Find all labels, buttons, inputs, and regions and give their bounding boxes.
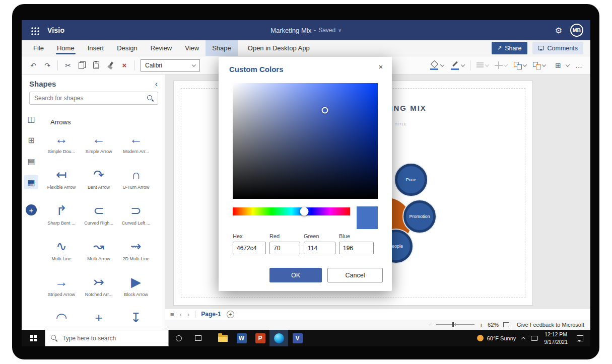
delete-button[interactable]: × (118, 59, 131, 72)
shape-item[interactable]: ↷ Bent Arrow (80, 164, 117, 199)
share-button[interactable]: ↗ Share (492, 42, 527, 54)
undo-button[interactable]: ↶ (27, 59, 40, 72)
saturation-value-picker[interactable] (233, 83, 378, 199)
ok-button[interactable]: OK (269, 268, 322, 282)
cortana-icon[interactable] (176, 335, 182, 341)
stencil-tab-2[interactable]: ⊞ (24, 133, 38, 147)
start-button[interactable] (22, 330, 45, 346)
paste-button[interactable] (90, 59, 103, 72)
stencil-tab-3[interactable]: ▤ (24, 154, 38, 168)
taskbar-search-box[interactable]: Type here to search (45, 330, 169, 346)
taskbar-app-powerpoint[interactable]: P (251, 330, 269, 346)
previous-page-icon[interactable]: ‹ (180, 311, 182, 318)
shape-item[interactable]: ▶ Block Arrow (117, 271, 155, 307)
account-avatar[interactable]: MB (570, 24, 583, 37)
open-in-desktop-button[interactable]: Open in Desktop App (248, 44, 310, 52)
add-stencil-button[interactable]: + (26, 204, 37, 215)
more-options-button[interactable]: … (572, 59, 585, 72)
shape-item[interactable]: ↔ Simple Dou... (43, 128, 80, 164)
close-icon[interactable]: × (375, 60, 387, 72)
shape-item[interactable]: ⊂ Curved Righ... (80, 199, 117, 235)
taskbar-app-visio[interactable]: V (288, 330, 307, 346)
shape-search-box[interactable] (29, 92, 158, 105)
shape-search-input[interactable] (34, 95, 147, 102)
all-pages-icon[interactable]: ≡ (170, 311, 174, 318)
hue-slider[interactable] (233, 207, 350, 215)
line-color-button[interactable] (447, 60, 467, 70)
zoom-in-button[interactable]: + (479, 321, 483, 329)
shape-fill-button[interactable] (426, 60, 447, 70)
color-picker-cursor[interactable] (322, 107, 328, 114)
shape-item[interactable]: ∿ Multi-Line (43, 235, 80, 271)
menu-design[interactable]: Design (110, 40, 144, 56)
zoom-level[interactable]: 62% (488, 322, 499, 328)
position-button[interactable] (492, 61, 510, 69)
copy-button[interactable] (76, 59, 89, 72)
taskbar-app-file-explorer[interactable] (214, 330, 232, 346)
menu-shape[interactable]: Shape (206, 40, 238, 56)
blue-input[interactable] (339, 242, 374, 254)
touch-keyboard-icon[interactable] (531, 336, 538, 341)
price-circle-shape[interactable]: Price (395, 164, 427, 196)
task-view-icon[interactable] (195, 335, 201, 341)
menu-file[interactable]: File (27, 40, 50, 56)
app-launcher-waffle-icon[interactable] (31, 26, 39, 35)
stencil-tab-1[interactable]: ◫ (24, 112, 38, 126)
save-status-chevron-icon[interactable]: ∨ (338, 28, 342, 33)
shape-item[interactable]: ⇝ 2D Multi-Line (117, 235, 155, 271)
zoom-slider[interactable] (436, 324, 474, 325)
shape-item[interactable]: ⊃ Curved Left ... (117, 199, 155, 235)
shape-item[interactable]: + (80, 307, 117, 330)
hex-input[interactable] (233, 242, 266, 254)
cancel-button[interactable]: Cancel (327, 268, 383, 282)
next-page-icon[interactable]: › (187, 311, 189, 318)
align-button[interactable] (473, 62, 492, 68)
green-input[interactable] (304, 242, 335, 254)
action-center-icon[interactable] (577, 335, 583, 341)
page-tab[interactable]: Page-1 (201, 311, 221, 318)
weather-widget[interactable]: 60°F Sunny (477, 335, 516, 341)
shape-item[interactable]: ↤ Flexible Arrow (43, 164, 80, 199)
hue-slider-thumb[interactable] (300, 207, 309, 216)
copy-icon (79, 61, 86, 69)
document-title-text[interactable]: Marketing Mix (270, 27, 311, 34)
add-page-button[interactable]: + (227, 311, 234, 318)
menu-view[interactable]: View (178, 40, 206, 56)
promotion-circle-shape[interactable]: Promotion (403, 200, 436, 233)
zoom-out-button[interactable]: − (428, 321, 432, 329)
shape-item[interactable]: ← Simple Arrow (80, 128, 117, 164)
red-input[interactable] (269, 242, 300, 254)
shape-item[interactable]: ↧ (117, 307, 155, 330)
search-icon[interactable] (147, 95, 154, 102)
shape-item[interactable]: ↱ Sharp Bent ... (43, 199, 80, 235)
shape-item[interactable]: ∩ U-Turn Arrow (117, 164, 155, 199)
group-button[interactable] (510, 61, 529, 69)
document-title[interactable]: Marketing Mix - Saved ∨ (22, 27, 590, 34)
cut-button[interactable]: ✂ (61, 59, 75, 72)
arrange-button[interactable] (529, 61, 549, 69)
format-painter-button[interactable] (104, 59, 117, 72)
shape-item[interactable]: ◠ (43, 307, 80, 330)
zoom-slider-thumb[interactable] (452, 322, 454, 327)
menu-home[interactable]: Home (50, 40, 81, 56)
snap-grid-button[interactable]: ⊞ (549, 59, 572, 72)
taskbar-clock[interactable]: 12:12 PM 9/17/2021 (544, 331, 568, 345)
redo-button[interactable]: ↷ (41, 59, 54, 72)
font-select[interactable]: Calibri (141, 59, 200, 71)
stencil-tab-arrows[interactable]: ▦ (24, 175, 38, 189)
menu-review[interactable]: Review (144, 40, 179, 56)
taskbar-app-edge[interactable] (269, 330, 288, 346)
show-hidden-icons-chevron[interactable] (521, 337, 525, 341)
shape-item[interactable]: → Striped Arrow (43, 271, 80, 307)
comments-button[interactable]: Comments (532, 42, 583, 54)
settings-gear-icon[interactable]: ⚙ (555, 26, 562, 35)
shape-item[interactable]: ↝ Multi-Arrow (80, 235, 117, 271)
fit-to-window-icon[interactable] (503, 322, 509, 327)
shape-item[interactable]: ← Modern Arr... (117, 128, 155, 164)
taskbar-app-word[interactable]: W (232, 330, 251, 346)
shape-item[interactable]: ↣ Notched Arr... (80, 271, 117, 307)
menu-insert[interactable]: Insert (81, 40, 111, 56)
diagram-subtitle[interactable]: TITLE (395, 122, 407, 126)
feedback-link[interactable]: Give Feedback to Microsoft (517, 322, 584, 328)
collapse-panel-icon[interactable]: ‹ (155, 80, 158, 88)
